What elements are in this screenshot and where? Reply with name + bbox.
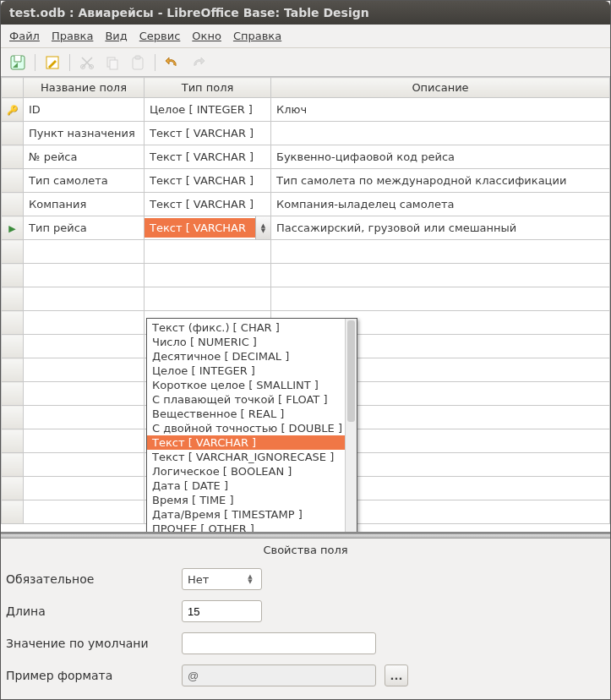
svg-rect-5 xyxy=(110,60,117,69)
menu-window[interactable]: Окно xyxy=(192,30,221,42)
undo-button[interactable] xyxy=(162,52,183,73)
prop-format-label: Пример формата xyxy=(4,669,173,682)
menubar: Файл Правка Вид Сервис Окно Справка xyxy=(1,25,610,48)
table-row[interactable]: № рейса Текст [ VARCHAR ] Буквенно-цифао… xyxy=(2,145,610,169)
combo-spinner[interactable]: ▲▼ xyxy=(244,574,256,584)
paste-icon xyxy=(130,55,145,70)
save-icon xyxy=(9,54,26,71)
svg-rect-7 xyxy=(135,56,140,59)
prop-format-row: Пример формата ... xyxy=(1,659,610,692)
type-option[interactable]: Текст [ VARCHAR ] xyxy=(147,435,357,450)
table-row[interactable] xyxy=(2,264,610,287)
toolbar-separator xyxy=(69,54,70,71)
type-option[interactable]: С плавающей точкой [ FLOAT ] xyxy=(147,392,357,407)
prop-required-value: Нет xyxy=(188,573,209,586)
toolbar-separator xyxy=(35,54,35,71)
type-option[interactable]: Вещественное [ REAL ] xyxy=(147,407,357,421)
table-row[interactable] xyxy=(2,287,610,311)
field-name-cell[interactable]: Пункт назначения xyxy=(24,122,145,145)
field-type-selected[interactable]: Текст [ VARCHAR xyxy=(145,218,255,238)
prop-format-input[interactable] xyxy=(182,664,376,686)
field-name-cell[interactable]: Тип рейса xyxy=(24,216,145,240)
row-marker[interactable] xyxy=(2,169,24,193)
table-row[interactable]: Компания Текст [ VARCHAR ] Компания-ылад… xyxy=(2,193,610,216)
row-marker[interactable]: 🔑 xyxy=(2,98,24,122)
type-option[interactable]: Короткое целое [ SMALLINT ] xyxy=(147,378,357,392)
field-name-cell[interactable]: ID xyxy=(24,98,145,122)
prop-length-label: Длина xyxy=(4,604,173,618)
menu-tools[interactable]: Сервис xyxy=(139,30,181,42)
field-desc-cell[interactable]: Тип самолета по международной классифика… xyxy=(271,169,610,193)
row-marker[interactable]: ▶ xyxy=(2,216,24,240)
field-type-cell[interactable]: Текст [ VARCHAR ▲▼ xyxy=(145,216,271,240)
grid-header-row: Название поля Тип поля Описание xyxy=(2,78,610,98)
field-desc-cell[interactable] xyxy=(271,122,610,145)
prop-length-input[interactable] xyxy=(182,600,262,622)
properties-title: Свойства поля xyxy=(1,542,610,563)
combo-spinner[interactable]: ▲▼ xyxy=(255,216,270,239)
prop-format-button[interactable]: ... xyxy=(385,664,408,686)
table-row[interactable]: Пункт назначения Текст [ VARCHAR ] xyxy=(2,122,610,145)
prop-required-combo[interactable]: Нет ▲▼ xyxy=(182,568,262,590)
type-option[interactable]: Целое [ INTEGER ] xyxy=(147,364,357,378)
prop-length-row: Длина xyxy=(1,595,610,627)
table-row[interactable]: Тип самолета Текст [ VARCHAR ] Тип самол… xyxy=(2,169,610,193)
field-type-cell[interactable]: Текст [ VARCHAR ] xyxy=(145,145,271,169)
type-option[interactable]: Дата [ DATE ] xyxy=(147,479,357,493)
copy-button xyxy=(102,52,123,73)
type-option[interactable]: ПРОЧЕЕ [ OTHER ] xyxy=(147,522,357,533)
type-option[interactable]: Текст [ VARCHAR_IGNORECASE ] xyxy=(147,450,357,464)
table-row[interactable] xyxy=(2,240,610,264)
field-type-cell[interactable]: Целое [ INTEGER ] xyxy=(145,98,271,122)
type-option[interactable]: С двойной точностью [ DOUBLE ] xyxy=(147,421,357,435)
row-marker[interactable] xyxy=(2,145,24,169)
menu-view[interactable]: Вид xyxy=(105,30,127,42)
grid-corner[interactable] xyxy=(2,78,24,98)
column-header-name[interactable]: Название поля xyxy=(24,78,145,98)
chevron-down-icon: ▼ xyxy=(248,579,252,584)
chevron-down-icon: ▼ xyxy=(261,228,265,233)
window-title: test.odb : Авиарейсы - LibreOffice Base:… xyxy=(9,6,369,19)
copy-icon xyxy=(105,55,120,70)
type-option[interactable]: Десятичное [ DECIMAL ] xyxy=(147,349,357,364)
edit-button[interactable] xyxy=(42,52,63,73)
field-desc-cell[interactable]: Ключ xyxy=(271,98,610,122)
cut-button xyxy=(77,52,97,73)
field-type-cell[interactable]: Текст [ VARCHAR ] xyxy=(145,193,271,216)
type-option[interactable]: Текст (фикс.) [ CHAR ] xyxy=(147,320,357,335)
type-option[interactable]: Дата/Время [ TIMESTAMP ] xyxy=(147,507,357,522)
menu-file[interactable]: Файл xyxy=(9,30,40,42)
field-type-cell[interactable]: Текст [ VARCHAR ] xyxy=(145,122,271,145)
field-desc-cell[interactable]: Буквенно-цифаовой код рейса xyxy=(271,145,610,169)
prop-default-input[interactable] xyxy=(182,632,376,654)
menu-edit[interactable]: Правка xyxy=(52,30,93,42)
dropdown-scrollbar[interactable] xyxy=(345,319,357,533)
field-desc-cell[interactable]: Компания-ыладелец самолета xyxy=(271,193,610,216)
type-option[interactable]: Число [ NUMERIC ] xyxy=(147,335,357,349)
table-design-grid: Название поля Тип поля Описание 🔑 ID Цел… xyxy=(1,77,610,533)
prop-default-row: Значение по умолчани xyxy=(1,627,610,659)
menu-help[interactable]: Справка xyxy=(233,30,281,42)
field-type-cell[interactable]: Текст [ VARCHAR ] xyxy=(145,169,271,193)
row-marker[interactable] xyxy=(2,122,24,145)
field-name-cell[interactable]: Компания xyxy=(24,193,145,216)
field-type-combo[interactable]: Текст [ VARCHAR ▲▼ xyxy=(145,216,270,239)
field-type-dropdown[interactable]: Текст (фикс.) [ CHAR ]Число [ NUMERIC ]Д… xyxy=(146,318,357,533)
field-properties-panel: Свойства поля Обязательное Нет ▲▼ Длина … xyxy=(1,539,610,692)
save-button[interactable] xyxy=(8,52,28,73)
field-name-cell[interactable]: № рейса xyxy=(24,145,145,169)
paste-button xyxy=(128,52,148,73)
table-row[interactable]: ▶ Тип рейса Текст [ VARCHAR ▲▼ Пассажирс… xyxy=(2,216,610,240)
toolbar xyxy=(1,48,610,77)
table-row[interactable]: 🔑 ID Целое [ INTEGER ] Ключ xyxy=(2,98,610,122)
field-name-cell[interactable]: Тип самолета xyxy=(24,169,145,193)
field-desc-cell[interactable]: Пассажирский, грузовой или смешанный xyxy=(271,216,610,240)
row-marker[interactable] xyxy=(2,193,24,216)
column-header-desc[interactable]: Описание xyxy=(271,78,610,98)
column-header-type[interactable]: Тип поля xyxy=(145,78,271,98)
prop-required-row: Обязательное Нет ▲▼ xyxy=(1,563,610,595)
type-option[interactable]: Время [ TIME ] xyxy=(147,493,357,507)
edit-icon xyxy=(44,54,61,71)
type-option[interactable]: Логическое [ BOOLEAN ] xyxy=(147,464,357,479)
window-titlebar: test.odb : Авиарейсы - LibreOffice Base:… xyxy=(1,1,610,25)
